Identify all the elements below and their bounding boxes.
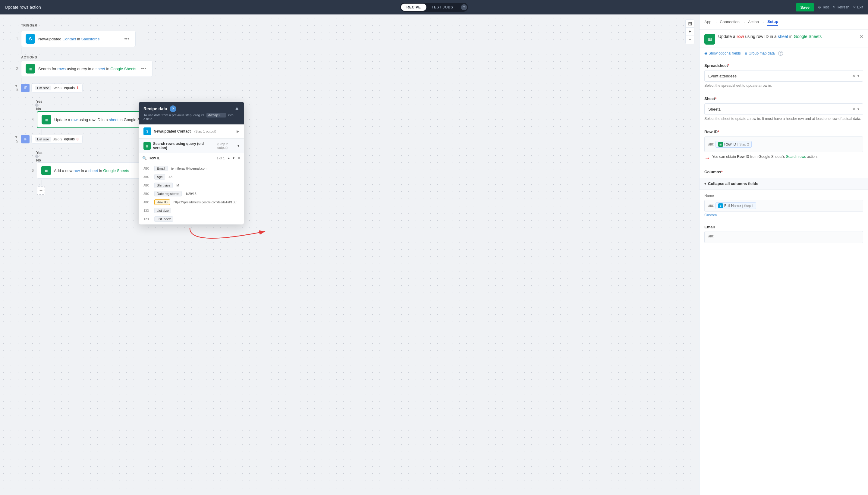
- step-2-row: 2 ▦ Search for rows using query in a she…: [12, 61, 687, 77]
- source-1-row[interactable]: S New/updated Contact (Step 1 output) ▶: [139, 124, 244, 139]
- recipe-popup-title: Recipe data: [143, 106, 167, 111]
- app-header: Update rows action RECIPE TEST JOBS ? Sa…: [0, 0, 868, 15]
- search-count: 1 of 1: [217, 156, 225, 160]
- zoom-fit-button[interactable]: ⊞: [686, 20, 694, 28]
- age-value: 43: [169, 175, 172, 179]
- add-step-area: +: [28, 187, 687, 195]
- step-2-more[interactable]: •••: [139, 65, 148, 72]
- search-clear-button[interactable]: ✕: [238, 156, 240, 160]
- recipe-help-icon[interactable]: ?: [170, 105, 176, 112]
- nav-connection[interactable]: Connection: [720, 18, 739, 25]
- sheets-icon-6: ▦: [41, 166, 51, 175]
- columns-label: Columns*: [699, 166, 868, 175]
- zoom-out-button[interactable]: −: [686, 36, 694, 44]
- refresh-icon: ↻: [832, 5, 835, 9]
- connector-1: [21, 48, 21, 54]
- nav-action[interactable]: Action: [748, 18, 759, 25]
- tab-help-icon[interactable]: ?: [461, 4, 467, 10]
- nav-setup[interactable]: Setup: [767, 18, 778, 25]
- name-field-label: Name: [704, 194, 863, 198]
- recipe-popup: Recipe data ? To use data from a previou…: [139, 102, 244, 224]
- step-2-card[interactable]: ▦ Search for rows using query in a sheet…: [21, 61, 153, 77]
- sheets-icon-4: ▦: [41, 115, 51, 124]
- recipe-popup-collapse[interactable]: ▲: [235, 105, 239, 111]
- test-button[interactable]: ⊙ Test: [818, 5, 829, 9]
- exit-button[interactable]: ✕ Exit: [853, 5, 863, 9]
- if-3-card[interactable]: List size Step 2 equals 1: [31, 83, 83, 92]
- zoom-in-button[interactable]: +: [686, 28, 694, 36]
- panel-header: ▦ Update a row using row ID in a sheet i…: [699, 30, 868, 48]
- row-id-section: Row ID* ABC ▦ Row ID | Step 2 → You can …: [699, 125, 868, 166]
- step-2-ref-5: Step 2: [53, 137, 62, 141]
- datapill-icon: ▦: [718, 142, 723, 147]
- step-1-row: 1 S New/updated Contact in Salesforce ••…: [12, 31, 687, 47]
- search-next[interactable]: ▼: [232, 156, 236, 160]
- yes-branch-5: Yes: [28, 145, 687, 158]
- listsize-label: List size: [154, 208, 171, 213]
- row-id-input[interactable]: ABC ▦ Row ID | Step 2: [704, 136, 863, 152]
- custom-link[interactable]: Custom: [704, 213, 717, 217]
- panel-app-icon: ▦: [704, 34, 715, 45]
- header-actions: Save ⊙ Test ↻ Refresh ✕ Exit: [796, 3, 863, 12]
- step-6-card[interactable]: ▦ Add a new row in a sheet in Google She…: [37, 163, 151, 179]
- row-id-abc: ABC: [708, 143, 714, 146]
- nav-app[interactable]: App: [704, 18, 711, 25]
- add-step-button[interactable]: +: [37, 187, 45, 195]
- panel-close-button[interactable]: ✕: [859, 34, 863, 39]
- sheet-input[interactable]: Sheet1 ✕ ▾: [704, 103, 863, 115]
- sheet-hint: Select the sheet to update a row in. It …: [704, 117, 863, 121]
- actions-label: ACTIONS: [21, 55, 37, 59]
- step-1-num: 1: [12, 37, 18, 41]
- step-1-card[interactable]: S New/updated Contact in Salesforce •••: [21, 31, 136, 47]
- step-1-more[interactable]: •••: [122, 36, 131, 42]
- sheets-icon-2: ▦: [25, 64, 35, 73]
- name-abc: ABC: [708, 204, 714, 208]
- search-input[interactable]: [149, 156, 215, 160]
- search-prev[interactable]: ▲: [227, 156, 231, 160]
- equals-label: equals: [64, 86, 75, 90]
- recipe-popup-header: Recipe data ? To use data from a previou…: [139, 102, 244, 124]
- spreadsheet-dropdown[interactable]: ▾: [857, 74, 859, 78]
- spreadsheet-clear[interactable]: ✕: [852, 73, 856, 78]
- if-step-3-row: ▼ 3 IF List size Step 2 equals 1: [12, 83, 687, 92]
- spreadsheet-input[interactable]: Event attendees ✕ ▾: [704, 70, 863, 82]
- connector-2: [21, 78, 21, 83]
- search-row: 🔍 1 of 1 ▲ ▼ ✕: [139, 153, 244, 163]
- if-5-card[interactable]: List size Step 2 equals 0: [31, 135, 83, 144]
- sheet-label: Sheet*: [704, 97, 863, 101]
- source-2-row[interactable]: ▦ Search rows using query (old version) …: [139, 139, 244, 153]
- step-4-card[interactable]: ▦ Update a row using row ID in a sheet i…: [37, 111, 153, 128]
- panel-help-icon[interactable]: ?: [778, 51, 783, 56]
- field-listsize: 123 List size: [139, 206, 244, 215]
- pill-step: |: [737, 142, 738, 146]
- app-title: Update rows action: [5, 5, 41, 10]
- tab-jobs[interactable]: TEST JOBS: [426, 4, 458, 11]
- spreadsheet-section: Spreadsheet* Event attendees ✕ ▾ Select …: [699, 59, 868, 92]
- sheet-dropdown[interactable]: ▾: [857, 107, 859, 111]
- grid-icon: ⊞: [745, 51, 747, 55]
- close-icon: ✕: [853, 5, 856, 9]
- show-optional-button[interactable]: ◉ Show optional fields: [704, 51, 741, 55]
- main-layout: ⊞ + − TRIGGER 1 S New/updated Contact i: [0, 15, 868, 495]
- tab-recipe[interactable]: RECIPE: [401, 4, 426, 11]
- email-column-field: Email ABC: [699, 221, 868, 247]
- collapse-columns-button[interactable]: ▾ Collapse all columns fields: [699, 178, 868, 190]
- step-2-text: Search for rows using query in a sheet i…: [38, 67, 136, 71]
- source-1-icon: S: [143, 127, 151, 135]
- group-map-button[interactable]: ⊞ Group map data: [745, 51, 775, 55]
- name-datapill: S Full Name | Step 1: [715, 203, 756, 209]
- spreadsheet-hint: Select the spreadsheet to update a row i…: [704, 83, 863, 88]
- shirt-label: Shirt size: [154, 183, 173, 188]
- field-rowid[interactable]: ABC Row ID https://spreadsheets.google.c…: [139, 198, 244, 206]
- email-field-input[interactable]: ABC: [704, 231, 863, 243]
- name-field-input[interactable]: ABC S Full Name | Step 1: [704, 200, 863, 212]
- source-2-tag: (Step 2 output): [217, 142, 238, 150]
- yes-label-5: Yes: [36, 151, 42, 155]
- sheet-clear[interactable]: ✕: [852, 107, 856, 112]
- zoom-controls: ⊞ + −: [685, 19, 694, 44]
- workflow: TRIGGER 1 S New/updated Contact in Sales…: [12, 20, 687, 198]
- step-4-row: 4 ▦ Update a row using row ID in a sheet…: [28, 111, 687, 128]
- panel-actions: ◉ Show optional fields ⊞ Group map data …: [699, 48, 868, 59]
- refresh-button[interactable]: ↻ Refresh: [832, 5, 849, 9]
- save-button[interactable]: Save: [796, 3, 814, 12]
